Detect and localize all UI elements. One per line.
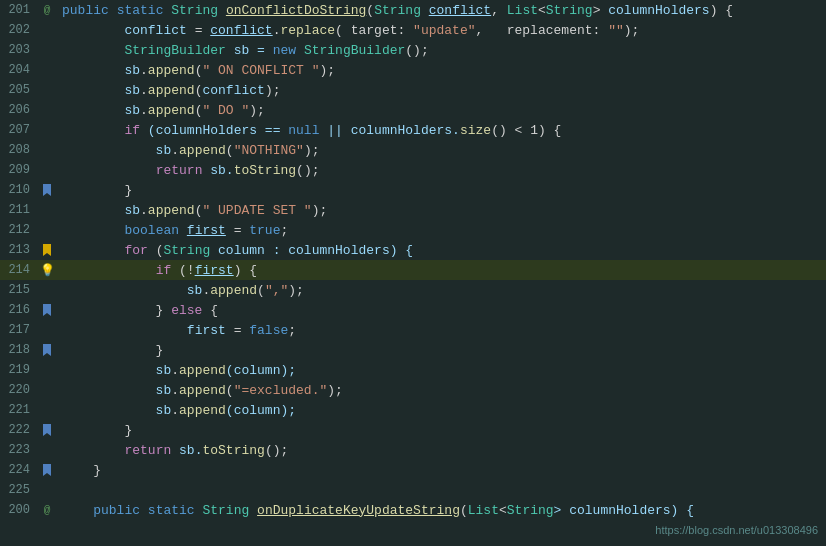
token: . <box>171 363 179 378</box>
token: " UPDATE SET " <box>202 203 311 218</box>
token: . <box>171 383 179 398</box>
line-number: 205 <box>0 80 36 100</box>
token: ( <box>195 103 203 118</box>
line-number: 210 <box>0 180 36 200</box>
token: ( <box>226 143 234 158</box>
code-row-216: 216 } else { <box>0 300 826 320</box>
token: " DO " <box>202 103 249 118</box>
token: public <box>62 3 109 18</box>
line-number: 213 <box>0 240 36 260</box>
gutter-cell: @ <box>36 0 58 20</box>
line-number: 217 <box>0 320 36 340</box>
code-row-220: 220 sb.append("=excluded."); <box>0 380 826 400</box>
token <box>62 163 156 178</box>
token: < <box>538 3 546 18</box>
token: public <box>93 503 140 518</box>
token: ); <box>265 83 281 98</box>
code-cell: sb.append("=excluded."); <box>58 380 826 400</box>
gutter-cell <box>36 140 58 160</box>
token: (columnHolders == <box>140 123 288 138</box>
code-cell: return sb.toString(); <box>58 440 826 460</box>
code-row-205: 205 sb.append(conflict); <box>0 80 826 100</box>
code-cell: public static String onConflictDoString(… <box>58 0 826 20</box>
code-row-223: 223 return sb.toString(); <box>0 440 826 460</box>
token: "," <box>265 283 288 298</box>
token: first <box>187 323 226 338</box>
gutter-cell <box>36 20 58 40</box>
token: sb <box>62 103 140 118</box>
line-number: 216 <box>0 300 36 320</box>
token: sb <box>62 383 171 398</box>
line-number: 218 <box>0 340 36 360</box>
token: > <box>593 3 601 18</box>
token <box>249 503 257 518</box>
token: > columnHolders) { <box>554 503 694 518</box>
code-cell: sb.append("NOTHING"); <box>58 140 826 160</box>
gutter-cell <box>36 380 58 400</box>
gutter-cell <box>36 360 58 380</box>
line-number: 222 <box>0 420 36 440</box>
token: } <box>62 343 163 358</box>
token <box>62 243 124 258</box>
token: ); <box>319 63 335 78</box>
token: . <box>171 143 179 158</box>
token: List <box>507 3 538 18</box>
token: String <box>163 243 210 258</box>
token: ); <box>304 143 320 158</box>
token: append <box>179 383 226 398</box>
token: sb. <box>202 163 233 178</box>
token: ); <box>312 203 328 218</box>
code-row-218: 218 } <box>0 340 826 360</box>
token: < <box>499 503 507 518</box>
token: if <box>156 263 172 278</box>
line-number: 221 <box>0 400 36 420</box>
code-row-207: 207 if (columnHolders == null || columnH… <box>0 120 826 140</box>
token <box>195 503 203 518</box>
code-cell: sb.append(" ON CONFLICT "); <box>58 60 826 80</box>
line-number: 201 <box>0 0 36 20</box>
token: sb <box>62 283 202 298</box>
code-row-211: 211 sb.append(" UPDATE SET "); <box>0 200 826 220</box>
token: "" <box>608 23 624 38</box>
line-number: 203 <box>0 40 36 60</box>
line-number: 215 <box>0 280 36 300</box>
gutter-cell <box>36 280 58 300</box>
token: ( <box>366 3 374 18</box>
token: onConflictDoString <box>226 3 366 18</box>
token: ; <box>288 323 296 338</box>
token: (); <box>405 43 428 58</box>
gutter-cell <box>36 300 58 320</box>
token: column : columnHolders) { <box>210 243 413 258</box>
token: "update" <box>413 23 475 38</box>
token <box>421 3 429 18</box>
code-row-222: 222 } <box>0 420 826 440</box>
watermark: https://blog.csdn.net/u013308496 <box>655 524 818 536</box>
token: (); <box>296 163 319 178</box>
token <box>296 43 304 58</box>
code-row-225: 225 <box>0 480 826 500</box>
line-number: 211 <box>0 200 36 220</box>
code-cell: boolean first = true; <box>58 220 826 240</box>
line-number: 200 <box>0 500 36 520</box>
token: toString <box>202 443 264 458</box>
token: "NOTHING" <box>234 143 304 158</box>
token <box>179 223 187 238</box>
line-number: 207 <box>0 120 36 140</box>
token: . <box>171 403 179 418</box>
token <box>109 3 117 18</box>
token: ( <box>460 503 468 518</box>
line-number: 224 <box>0 460 36 480</box>
token: String <box>546 3 593 18</box>
gutter-cell <box>36 100 58 120</box>
code-row-201: 201@public static String onConflictDoStr… <box>0 0 826 20</box>
token <box>600 3 608 18</box>
token: size <box>460 123 491 138</box>
token: sb <box>62 63 140 78</box>
token: append <box>148 203 195 218</box>
code-cell: if (columnHolders == null || columnHolde… <box>58 120 826 140</box>
gutter-cell <box>36 80 58 100</box>
token: append <box>148 83 195 98</box>
token: return <box>124 443 171 458</box>
token: String <box>171 3 218 18</box>
token: (column); <box>226 363 296 378</box>
